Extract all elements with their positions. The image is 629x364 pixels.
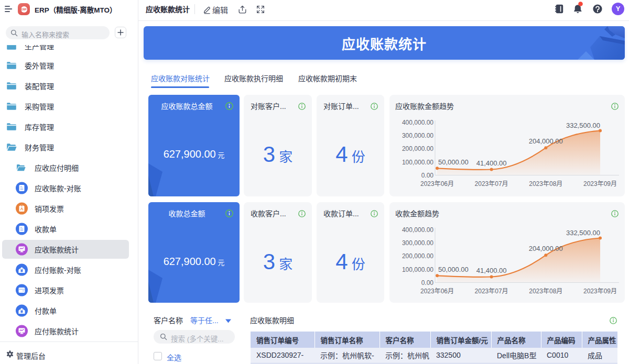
svg-text:2023年08月: 2023年08月 [529,288,562,295]
svg-text:204,000.00: 204,000.00 [529,137,563,145]
svg-text:400,000.00: 400,000.00 [402,119,433,126]
svg-text:300,000.00: 300,000.00 [402,132,433,139]
svg-text:0.00: 0.00 [421,172,434,179]
svg-text:41,400.00: 41,400.00 [476,159,507,167]
svg-text:2023年09月: 2023年09月 [583,288,617,295]
svg-text:100,000.00: 100,000.00 [402,266,433,273]
svg-text:200,000.00: 200,000.00 [402,252,433,260]
svg-text:100,000.00: 100,000.00 [402,159,433,166]
svg-text:0.00: 0.00 [421,279,434,286]
svg-text:41,400.00: 41,400.00 [476,267,507,274]
svg-text:2023年08月: 2023年08月 [529,180,562,187]
svg-text:50,000.00: 50,000.00 [438,158,469,166]
svg-text:2023年07月: 2023年07月 [475,180,508,187]
svg-text:300,000.00: 300,000.00 [402,239,433,247]
svg-text:2023年06月: 2023年06月 [420,288,454,295]
svg-text:2023年07月: 2023年07月 [475,288,508,295]
svg-text:2023年09月: 2023年09月 [583,180,617,187]
svg-text:332,500.00: 332,500.00 [566,229,600,237]
svg-text:200,000.00: 200,000.00 [402,145,433,152]
svg-text:2023年06月: 2023年06月 [420,180,454,187]
svg-text:400,000.00: 400,000.00 [402,226,433,234]
svg-text:332,500.00: 332,500.00 [566,122,600,129]
svg-text:204,000.00: 204,000.00 [529,245,563,252]
svg-text:50,000.00: 50,000.00 [438,266,469,273]
